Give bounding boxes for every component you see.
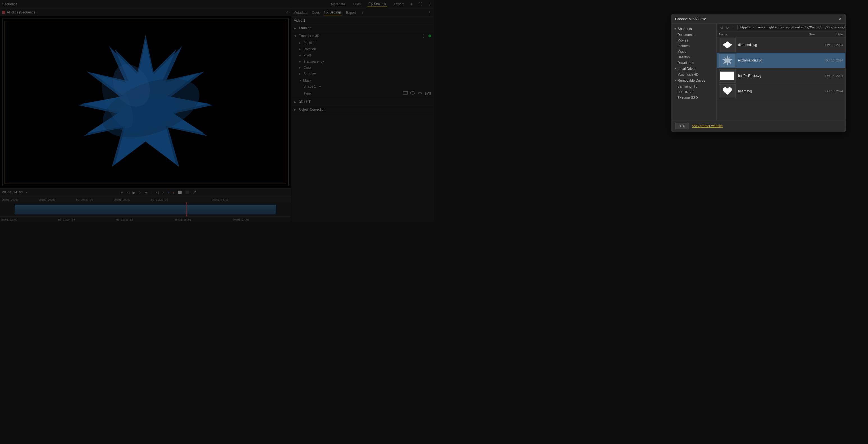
modal-overlay: Choose a .SVG file ✕ ▼ Shortcuts Documen… — [0, 0, 434, 222]
